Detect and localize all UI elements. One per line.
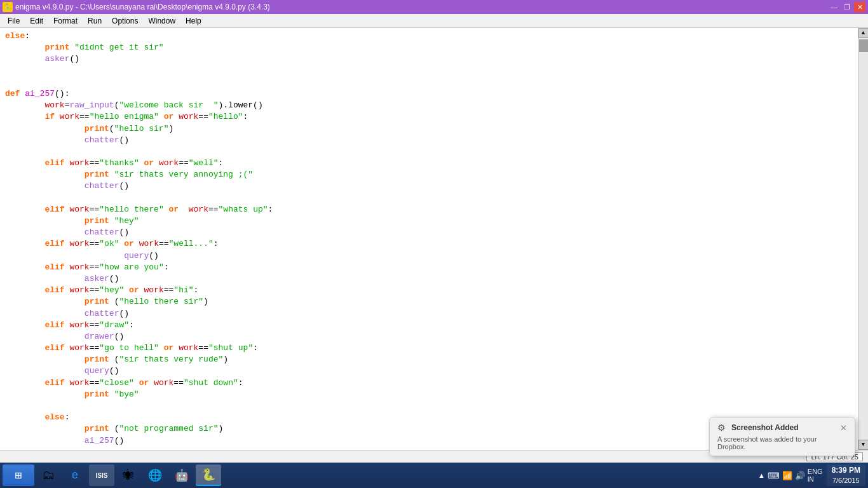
taskbar-spider[interactable]: 🕷	[116, 464, 141, 486]
clock[interactable]: 8:39 PM 7/6/2015	[827, 464, 865, 486]
taskbar-android[interactable]: 🤖	[169, 464, 194, 486]
tray-keyboard: ⌨	[768, 471, 780, 480]
taskbar-python[interactable]: 🐍	[196, 464, 221, 486]
notification-title: Screenshot Added	[731, 423, 799, 432]
menu-help[interactable]: Help	[180, 15, 207, 27]
taskbar-file-explorer[interactable]: 🗂	[36, 464, 61, 486]
menu-options[interactable]: Options	[107, 15, 143, 27]
taskbar-right: ▲ ⌨ 📶 🔊 ENGIN 8:39 PM 7/6/2015	[758, 464, 865, 486]
title-left: 🐍 enigma v4.9.0.py - C:\Users\sunayana r…	[3, 2, 270, 12]
taskbar-ie[interactable]: e	[62, 464, 88, 486]
clock-time: 8:39 PM	[832, 466, 860, 476]
title-controls: — ❐ ✕	[829, 2, 865, 12]
tray-volume: 🔊	[795, 471, 805, 480]
taskbar-chrome[interactable]: 🌐	[142, 464, 168, 486]
app-icon: 🐍	[3, 2, 13, 12]
tray-arrow[interactable]: ▲	[758, 471, 765, 479]
minimize-button[interactable]: —	[829, 2, 840, 12]
menu-edit[interactable]: Edit	[25, 15, 48, 27]
menu-file[interactable]: File	[3, 15, 25, 27]
dropbox-icon: ⚙	[717, 423, 728, 433]
menu-format[interactable]: Format	[48, 15, 83, 27]
taskbar-isis[interactable]: ISIS	[89, 464, 114, 486]
system-tray: ▲ ⌨ 📶 🔊 ENGIN	[758, 468, 823, 483]
menu-run[interactable]: Run	[83, 15, 107, 27]
lang-indicator: ENGIN	[808, 468, 823, 483]
scroll-thumb[interactable]	[859, 39, 868, 52]
taskbar: ⊞ 🗂 e ISIS 🕷 🌐 🤖 🐍 ▲ ⌨ 📶 🔊 ENGIN 8:39 PM…	[0, 463, 868, 488]
dropbox-notification: ⚙ Screenshot Added ✕ A screenshot was ad…	[709, 417, 855, 456]
code-editor[interactable]: else: print "didnt get it sir" asker() d…	[0, 28, 858, 450]
clock-date: 7/6/2015	[832, 476, 860, 485]
title-text: enigma v4.9.0.py - C:\Users\sunayana rai…	[15, 3, 270, 11]
title-bar: 🐍 enigma v4.9.0.py - C:\Users\sunayana r…	[0, 0, 868, 14]
vertical-scrollbar[interactable]: ▲ ▼	[858, 28, 868, 450]
menu-bar: File Edit Format Run Options Window Help	[0, 14, 868, 28]
scroll-up-arrow[interactable]: ▲	[858, 28, 869, 38]
start-button[interactable]: ⊞	[3, 464, 34, 486]
notification-close[interactable]: ✕	[840, 423, 847, 433]
menu-window[interactable]: Window	[143, 15, 180, 27]
maximize-button[interactable]: ❐	[841, 2, 853, 12]
notification-body: A screenshot was added to your Dropbox.	[717, 435, 847, 451]
editor-container: else: print "didnt get it sir" asker() d…	[0, 28, 868, 450]
tray-network: 📶	[782, 471, 792, 480]
scroll-down-arrow[interactable]: ▼	[858, 440, 869, 450]
close-button[interactable]: ✕	[854, 2, 865, 12]
notification-header: ⚙ Screenshot Added ✕	[717, 423, 847, 433]
